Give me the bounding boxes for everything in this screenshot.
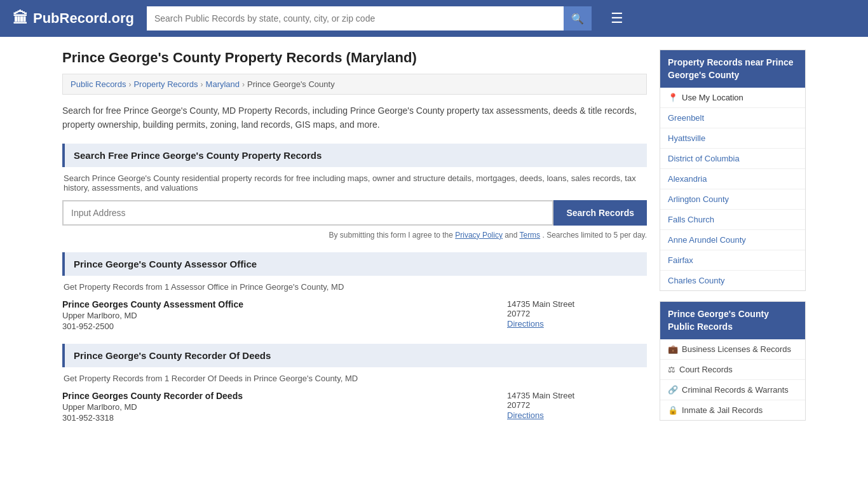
header-menu-button[interactable]: ☰ [611, 10, 623, 27]
breadcrumb-property-records[interactable]: Property Records [133, 79, 198, 89]
assessor-office-street: 14735 Main Street [507, 299, 647, 309]
search-icon: 🔍 [571, 13, 584, 24]
form-disclaimer: By submitting this form I agree to the P… [62, 231, 647, 240]
inmate-icon: 🔒 [668, 405, 678, 415]
recorder-directions-link[interactable]: Directions [507, 410, 544, 420]
inmate-records-label: Inmate & Jail Records [682, 405, 763, 415]
recorder-office-name: Prince Georges County Recorder of Deeds [62, 391, 494, 401]
criminal-icon: 🔗 [668, 385, 678, 395]
breadcrumb: Public Records › Property Records › Mary… [62, 74, 647, 95]
search-description: Search Prince George's County residentia… [62, 173, 647, 193]
sidebar: Property Records near Prince George's Co… [660, 50, 806, 435]
page-container: Prince George's County Property Records … [53, 37, 815, 448]
greenbelt-label: Greenbelt [668, 113, 704, 123]
court-icon: ⚖ [668, 365, 675, 374]
recorder-office-entry: Prince Georges County Recorder of Deeds … [62, 391, 647, 423]
sidebar-item-fairfax[interactable]: Fairfax [660, 250, 805, 271]
recorder-office-phone: 301-952-3318 [62, 413, 494, 423]
assessor-office-left: Prince Georges County Assessment Office … [62, 299, 494, 331]
assessor-office-name: Prince Georges County Assessment Office [62, 299, 494, 309]
assessor-section: Prince George's County Assessor Office G… [62, 252, 647, 331]
sidebar-item-alexandria[interactable]: Alexandria [660, 169, 805, 189]
sidebar-item-falls-church[interactable]: Falls Church [660, 210, 805, 230]
recorder-section: Prince George's County Recorder Of Deeds… [62, 344, 647, 423]
site-logo[interactable]: 🏛 PubRecord.org [13, 10, 134, 27]
search-section: Search Free Prince George's County Prope… [62, 144, 647, 240]
page-title: Prince George's County Property Records … [62, 50, 647, 66]
main-content: Prince George's County Property Records … [62, 50, 647, 435]
use-location-label: Use My Location [682, 93, 743, 102]
breadcrumb-sep-3: › [242, 80, 245, 89]
menu-icon: ☰ [611, 10, 623, 26]
sidebar-item-charles-county[interactable]: Charles County [660, 271, 805, 290]
recorder-office-left: Prince Georges County Recorder of Deeds … [62, 391, 494, 423]
logo-text: PubRecord.org [33, 10, 134, 27]
assessor-office-entry: Prince Georges County Assessment Office … [62, 299, 647, 331]
recorder-office-zip: 20772 [507, 400, 647, 410]
search-form-row: Search Records [62, 200, 647, 226]
logo-icon: 🏛 [13, 10, 28, 27]
sidebar-item-anne-arundel-county[interactable]: Anne Arundel County [660, 230, 805, 250]
breadcrumb-current: Prince George's County [247, 79, 335, 89]
header-search-wrap: 🔍 [147, 6, 592, 30]
terms-link[interactable]: Terms [519, 231, 540, 240]
breadcrumb-maryland[interactable]: Maryland [206, 79, 240, 89]
assessor-directions-link[interactable]: Directions [507, 319, 544, 329]
address-input[interactable] [62, 200, 553, 226]
recorder-description: Get Property Records from 1 Recorder Of … [62, 374, 647, 383]
privacy-policy-link[interactable]: Privacy Policy [455, 231, 503, 240]
falls-church-label: Falls Church [668, 215, 714, 224]
search-section-header: Search Free Prince George's County Prope… [62, 144, 647, 167]
court-records-label: Court Records [679, 365, 733, 374]
recorder-office-right: 14735 Main Street 20772 Directions [507, 391, 647, 423]
sidebar-item-district-of-columbia[interactable]: District of Columbia [660, 149, 805, 169]
sidebar-item-court-records[interactable]: ⚖ Court Records [660, 360, 805, 380]
hyattsville-label: Hyattsville [668, 133, 705, 143]
disclaimer-suffix: . Searches limited to 5 per day. [542, 231, 647, 240]
sidebar-item-hyattsville[interactable]: Hyattsville [660, 128, 805, 149]
public-records-box: Prince George's County Public Records 💼 … [660, 301, 806, 421]
assessor-office-phone: 301-952-2500 [62, 322, 494, 331]
sidebar-item-business-licenses[interactable]: 💼 Business Licenses & Records [660, 339, 805, 360]
public-records-box-title: Prince George's County Public Records [660, 302, 805, 339]
sidebar-item-greenbelt[interactable]: Greenbelt [660, 108, 805, 128]
assessor-office-city: Upper Marlboro, MD [62, 311, 494, 320]
anne-arundel-county-label: Anne Arundel County [668, 235, 746, 245]
header-search-input[interactable] [147, 6, 564, 30]
recorder-office-street: 14735 Main Street [507, 391, 647, 400]
sidebar-item-criminal-records[interactable]: 🔗 Criminal Records & Warrants [660, 380, 805, 400]
nearby-box-title: Property Records near Prince George's Co… [660, 50, 805, 88]
sidebar-item-inmate-records[interactable]: 🔒 Inmate & Jail Records [660, 400, 805, 420]
sidebar-item-use-location[interactable]: 📍 Use My Location [660, 88, 805, 108]
disclaimer-and: and [505, 231, 517, 240]
breadcrumb-sep-1: › [128, 80, 131, 89]
nearby-box: Property Records near Prince George's Co… [660, 50, 806, 291]
location-icon: 📍 [668, 93, 678, 102]
recorder-section-header: Prince George's County Recorder Of Deeds [62, 344, 647, 367]
header-search-button[interactable]: 🔍 [564, 6, 592, 30]
alexandria-label: Alexandria [668, 174, 707, 184]
fairfax-label: Fairfax [668, 255, 693, 265]
criminal-records-label: Criminal Records & Warrants [682, 385, 789, 395]
page-description: Search for free Prince George's County, … [62, 104, 647, 132]
business-icon: 💼 [668, 344, 678, 354]
breadcrumb-sep-2: › [201, 80, 203, 89]
search-records-button[interactable]: Search Records [553, 200, 647, 226]
assessor-office-right: 14735 Main Street 20772 Directions [507, 299, 647, 331]
site-header: 🏛 PubRecord.org 🔍 ☰ [0, 0, 868, 37]
breadcrumb-public-records[interactable]: Public Records [71, 79, 126, 89]
sidebar-item-arlington-county[interactable]: Arlington County [660, 189, 805, 210]
arlington-county-label: Arlington County [668, 194, 729, 204]
recorder-office-city: Upper Marlboro, MD [62, 402, 494, 412]
district-of-columbia-label: District of Columbia [668, 154, 740, 163]
charles-county-label: Charles County [668, 276, 725, 285]
assessor-office-zip: 20772 [507, 309, 647, 318]
business-licenses-label: Business Licenses & Records [682, 344, 791, 354]
assessor-description: Get Property Records from 1 Assessor Off… [62, 282, 647, 292]
assessor-section-header: Prince George's County Assessor Office [62, 252, 647, 276]
search-form: Search Records By submitting this form I… [62, 200, 647, 240]
disclaimer-prefix: By submitting this form I agree to the [329, 231, 453, 240]
